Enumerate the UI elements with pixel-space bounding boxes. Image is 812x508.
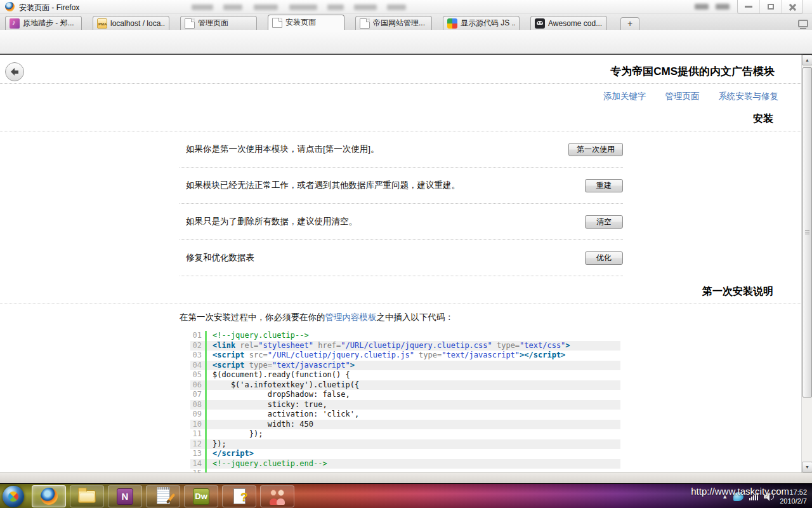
page-viewport: 专为帝国CMS提供的内文广告模块 添加关键字管理页面系统安装与修复 安装 如果你…: [0, 55, 812, 472]
scroll-up-button[interactable]: ▲: [802, 55, 812, 65]
taskbar-help-button[interactable]: ?: [222, 485, 256, 507]
code-line-text: <!--jquery.cluetip.end-->: [207, 459, 327, 469]
dreamweaver-glyph: Dw: [195, 491, 207, 501]
page-icon: [185, 18, 195, 29]
skull-icon: [535, 18, 545, 29]
code-line-number: 08: [190, 400, 207, 410]
action-row-2: 如果模块已经无法正常工作，或者遇到其他数据库严重问题，建议重建。重建: [180, 168, 623, 204]
action-button-2[interactable]: 重建: [585, 179, 623, 192]
code-line-text: <script src="/URL/cluetip/jquery.cluetip…: [207, 351, 565, 361]
list-all-tabs-button[interactable]: [798, 20, 808, 27]
code-line-13: 13</script>: [190, 449, 620, 459]
code-line-08: 08 sticky: true,: [190, 400, 620, 410]
action-row-3: 如果只是为了删除所有数据，建议使用清空。清空: [180, 204, 623, 240]
code-line-02: 02<link rel="stylesheet" href="/URL/clue…: [190, 341, 620, 351]
taskbar-dreamweaver-button[interactable]: Dw: [184, 485, 218, 507]
tab-7[interactable]: Awesome cod...: [530, 16, 607, 30]
restore-button[interactable]: [759, 0, 781, 13]
music-icon: [10, 18, 20, 29]
taskbar-firefox-button[interactable]: [32, 485, 66, 507]
taskbar-apps: NDw?: [3, 484, 294, 508]
scrollbar-grip: [805, 230, 809, 235]
content-template-link[interactable]: 管理内容模板: [325, 312, 377, 322]
action-row-4: 修复和优化数据表优化: [180, 240, 623, 276]
page-link-1[interactable]: 添加关键字: [603, 91, 646, 101]
tab-label: 安装页面: [285, 17, 316, 28]
code-line-number: 13: [190, 449, 207, 459]
code-line-number: 07: [190, 390, 207, 400]
taskbar-onenote-button[interactable]: N: [108, 485, 142, 507]
taskbar-explorer-button[interactable]: [70, 485, 104, 507]
blurred-menu-item: [716, 4, 730, 10]
page-link-3[interactable]: 系统安装与修复: [719, 91, 779, 101]
clock-date: 2010/2/7: [780, 497, 807, 505]
code-line-number: 02: [190, 341, 207, 351]
page-title: 专为帝国CMS提供的内文广告模块: [0, 55, 801, 84]
code-line-text: <link rel="stylesheet" href="/URL/clueti…: [207, 341, 570, 351]
code-line-text: </script>: [207, 449, 254, 459]
tab-2[interactable]: localhost / loca...: [93, 16, 169, 30]
minimize-icon: [745, 6, 752, 8]
scrollbar-thumb[interactable]: [802, 67, 812, 398]
help-glyph: ?: [240, 490, 248, 504]
start-button[interactable]: [3, 486, 24, 507]
tab-label: 显示源代码 JS ...: [461, 18, 515, 29]
code-line-text: });: [207, 439, 226, 450]
tab-bar: 原地踏步 - 郑...localhost / loca...管理页面安装页面帝国…: [0, 14, 812, 30]
watermark-text: http://www.taskcity.com: [691, 486, 789, 497]
code-line-text: sticky: true,: [207, 400, 327, 410]
scroll-down-button[interactable]: ▼: [802, 462, 812, 472]
code-line-number: 05: [190, 370, 207, 380]
back-button[interactable]: [5, 62, 24, 81]
blurred-menu-item: [254, 4, 278, 10]
code-line-12: 12});: [190, 439, 620, 450]
code-line-07: 07 dropShadow: false,: [190, 390, 620, 400]
code-line-number: 01: [190, 331, 207, 341]
code-line-text: $('a.infotextkey').cluetip({: [207, 380, 359, 391]
code-line-number: 06: [190, 380, 207, 391]
taskbar-contacts-button[interactable]: [260, 485, 294, 507]
action-button-1[interactable]: 第一次使用: [568, 143, 623, 156]
tab-6[interactable]: 显示源代码 JS ...: [443, 16, 520, 30]
blurred-menu-item: [289, 4, 317, 10]
action-button-3[interactable]: 清空: [585, 215, 623, 229]
onenote-icon: N: [117, 488, 133, 505]
code-line-text: $(document).ready(function() {: [207, 370, 350, 380]
close-button[interactable]: [781, 0, 802, 13]
tab-label: 帝国网站管理...: [373, 18, 425, 29]
code-line-number: 12: [190, 439, 207, 450]
restore-icon: [768, 4, 774, 10]
code-line-10: 10 width: 450: [190, 420, 620, 430]
code-line-text: <script type="text/javascript">: [207, 361, 355, 371]
tab-4[interactable]: 安装页面: [268, 15, 344, 30]
code-line-number: 09: [190, 410, 207, 420]
phpmyadmin-icon: [97, 18, 107, 29]
tab-3[interactable]: 管理页面: [180, 16, 257, 30]
people-icon: [268, 488, 286, 505]
code-line-number: 03: [190, 351, 207, 361]
window-bottom-frame: [0, 472, 812, 483]
tab-label: 管理页面: [198, 18, 228, 29]
page-link-2[interactable]: 管理页面: [665, 91, 700, 101]
action-button-4[interactable]: 优化: [585, 251, 623, 265]
minimize-button[interactable]: [738, 0, 759, 13]
tab-1[interactable]: 原地踏步 - 郑...: [5, 16, 82, 30]
tab-5[interactable]: 帝国网站管理...: [355, 16, 432, 30]
action-row-text: 修复和优化数据表: [180, 252, 254, 264]
blurred-menu-item: [387, 4, 406, 10]
navigation-bar: ⌂ ★ ▼ http://localhost/URL/install.php .…: [0, 30, 812, 54]
code-line-03: 03<script src="/URL/cluetip/jquery.cluet…: [190, 351, 620, 361]
code-line-text: width: 450: [207, 420, 313, 430]
taskbar: NDw? http://www.taskcity.com ▲ 17:52 201…: [0, 483, 812, 508]
action-rows: 如果你是第一次使用本模块，请点击[第一次使用]。第一次使用如果模块已经无法正常工…: [180, 131, 623, 276]
blurred-menu-item: [192, 4, 213, 10]
firefox-logo-icon: [5, 2, 15, 11]
page-scrollbar[interactable]: ▲ ▼: [801, 55, 812, 472]
close-icon: [789, 3, 796, 11]
window-title: 安装页面 - Firefox: [19, 3, 79, 13]
code-line-05: 05$(document).ready(function() {: [190, 370, 620, 380]
tab-label: 原地踏步 - 郑...: [23, 18, 74, 29]
new-tab-button[interactable]: +: [620, 17, 639, 30]
page-icon: [272, 18, 282, 28]
taskbar-notepad-button[interactable]: [146, 485, 180, 507]
